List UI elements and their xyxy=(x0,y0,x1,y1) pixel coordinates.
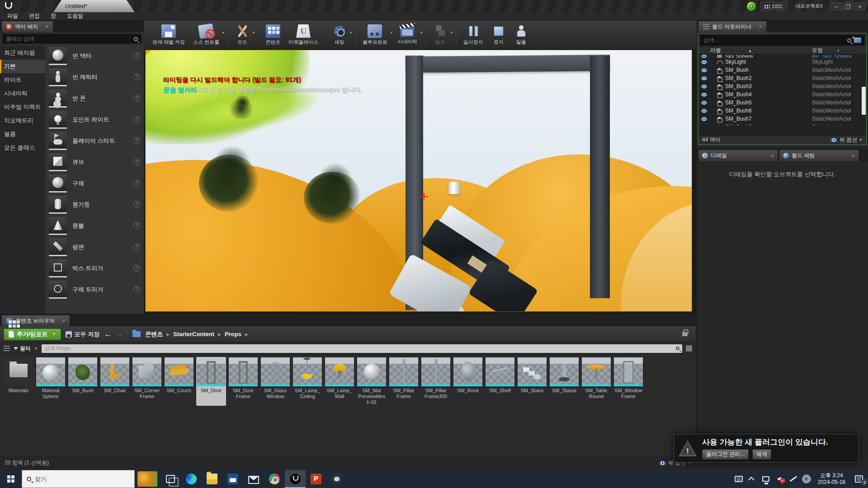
close-icon[interactable]: × xyxy=(771,153,774,159)
save-all-button[interactable]: 모두 저장 xyxy=(66,330,100,338)
visibility-eye-icon[interactable] xyxy=(701,68,708,72)
taskbar-app-powerpoint[interactable] xyxy=(306,470,326,488)
toolbar-gear-button[interactable]: 세팅 xyxy=(328,23,351,47)
place-item[interactable]: 원뿔? xyxy=(45,215,144,236)
place-item[interactable]: 빈 캐릭터? xyxy=(45,66,144,88)
asset-tile[interactable]: SM_Bush xyxy=(68,357,98,406)
outliner-row[interactable]: SM_Bush7StaticMeshActor xyxy=(698,115,866,123)
taskbar-app-unreal[interactable] xyxy=(285,470,306,488)
chevron-down-icon[interactable]: ▼ xyxy=(252,31,255,35)
chevron-down-icon[interactable]: ▼ xyxy=(222,31,225,35)
chevron-down-icon[interactable]: ▼ xyxy=(390,31,393,35)
asset-tile[interactable]: Material Sphere xyxy=(36,357,66,406)
maximize-button[interactable]: ❐ xyxy=(843,2,854,10)
toolbar-source-button[interactable]: 소스 컨트롤 xyxy=(189,23,223,47)
forward-button[interactable]: → xyxy=(115,330,123,339)
taskbar-app-store[interactable] xyxy=(222,470,243,488)
asset-tile[interactable]: SM_Shelf xyxy=(485,357,515,406)
category-볼륨[interactable]: 볼륨 xyxy=(0,127,45,141)
manage-plugins-button[interactable]: 플러그인 관리... xyxy=(702,449,749,460)
breadcrumb-StarterContent[interactable]: StarterContent xyxy=(173,331,214,338)
column-label[interactable]: 라벨▲ xyxy=(698,47,812,54)
help-icon[interactable]: ? xyxy=(133,137,140,144)
toolbar-content-button[interactable]: 콘텐츠 xyxy=(261,23,284,47)
visibility-eye-icon[interactable] xyxy=(701,84,708,89)
world-outliner-tab[interactable]: 월드 아웃라이너 × xyxy=(698,21,766,32)
asset-tile[interactable]: SM_Mat PreviewMesh 02 xyxy=(357,357,387,406)
place-item[interactable]: 구체? xyxy=(45,173,144,194)
taskbar-app-chrome[interactable] xyxy=(264,470,285,488)
place-item[interactable]: 원기둥? xyxy=(45,194,144,215)
breadcrumb-Props[interactable]: Props xyxy=(225,331,241,338)
visibility-eye-icon[interactable] xyxy=(701,93,708,97)
lock-icon[interactable] xyxy=(682,332,688,336)
toolbar-bp-button[interactable]: 블루프린트 xyxy=(359,23,392,47)
level-viewport[interactable]: 라이팅을 다시 빌드해야 합니다 (빌드 필요: 91개) 문을 열거라 시지를… xyxy=(145,50,692,312)
outliner-row[interactable]: SM_Bush8StaticMeshActor xyxy=(698,123,866,125)
chevron-down-icon[interactable]: ▼ xyxy=(420,31,423,35)
help-icon[interactable]: ? xyxy=(133,159,140,165)
toolbar-eject-button[interactable]: 탈출 xyxy=(510,23,533,47)
help-icon[interactable]: ? xyxy=(133,180,140,187)
close-icon[interactable]: × xyxy=(852,153,855,159)
add-world-icon[interactable] xyxy=(854,38,861,43)
sort-asc-icon[interactable]: ▲ xyxy=(748,49,752,53)
asset-tile[interactable]: SM_Pillar Frame300 xyxy=(421,357,451,406)
asset-tile[interactable]: SM_Door Frame xyxy=(228,357,258,406)
world-settings-tab[interactable]: 월드 세팅 × xyxy=(779,150,859,161)
taskbar-app-github[interactable] xyxy=(326,470,347,488)
close-button[interactable]: × xyxy=(854,2,865,10)
chevron-up-icon[interactable] xyxy=(745,470,759,488)
back-button[interactable]: ← xyxy=(104,330,112,339)
chevron-down-icon[interactable]: ▼ xyxy=(349,31,353,35)
widgets-tray-icon[interactable] xyxy=(732,470,745,488)
breadcrumb-콘텐츠[interactable]: 콘텐츠 xyxy=(145,330,163,338)
help-icon[interactable]: ? xyxy=(133,222,140,229)
outliner-row[interactable]: SM_Bush4StaticMeshActor xyxy=(698,90,866,99)
visibility-eye-icon[interactable] xyxy=(701,125,708,126)
asset-search-box[interactable] xyxy=(42,344,682,353)
outliner-row[interactable]: SM_Bush2StaticMeshActor xyxy=(698,74,866,82)
outliner-row[interactable]: SM_BushStaticMeshActor xyxy=(698,66,866,74)
close-circle-icon[interactable]: × xyxy=(800,470,813,488)
asset-tile[interactable]: SM_Lamp_ Ceiling xyxy=(292,357,322,406)
task-view-button[interactable] xyxy=(160,470,181,488)
outliner-row[interactable]: Sky SphereBP_Sky_Sphere xyxy=(698,55,866,58)
help-icon[interactable]: ? xyxy=(133,116,140,123)
asset-tile[interactable]: SM_Table Round xyxy=(581,357,611,406)
toolbar-cine-button[interactable]: 시네마틱 xyxy=(393,24,421,46)
add-import-button[interactable]: 추가/임포트 ▼ xyxy=(4,328,61,340)
dismiss-button[interactable]: 해제 xyxy=(752,449,771,460)
outliner-row[interactable]: SM_Bush3StaticMeshActor xyxy=(698,82,866,90)
taskbar-search-box[interactable] xyxy=(22,470,135,488)
category-모든 클래스[interactable]: 모든 클래스 xyxy=(0,141,45,155)
outliner-scrollbar[interactable] xyxy=(862,87,866,115)
help-icon[interactable]: ? xyxy=(133,244,140,250)
filter-button[interactable]: 필터 ▼ xyxy=(14,345,38,352)
outliner-row[interactable]: SkyLightSkyLight xyxy=(698,58,866,66)
chevron-down-icon[interactable]: ▼ xyxy=(450,31,453,35)
toolbar-market-button[interactable]: 마켓플레이스 xyxy=(284,23,322,47)
view-type-icon[interactable] xyxy=(4,346,10,351)
help-icon[interactable]: ? xyxy=(133,265,140,272)
visibility-eye-icon[interactable] xyxy=(701,109,708,113)
project-name-button[interactable]: 내프로젝트5 xyxy=(792,2,826,11)
help-icon[interactable]: ? xyxy=(133,286,140,293)
place-item[interactable]: 빈 폰? xyxy=(45,88,144,109)
toolbar-modes-button[interactable]: 모드 xyxy=(231,23,254,47)
asset-tile[interactable]: SM_Stairs xyxy=(517,357,547,406)
outliner-search-input[interactable] xyxy=(703,37,847,43)
help-icon[interactable]: ? xyxy=(133,74,140,80)
taskbar-search-input[interactable] xyxy=(35,476,130,483)
content-browser-tab[interactable]: 콘텐츠 브라우저 × xyxy=(2,315,70,326)
pen-icon[interactable] xyxy=(786,470,800,488)
minimize-button[interactable]: ─ xyxy=(831,2,842,10)
class-search-box[interactable] xyxy=(3,34,141,43)
outliner-row[interactable]: SM_Bush6StaticMeshActor xyxy=(698,107,866,115)
taskbar-app-edge[interactable] xyxy=(181,470,202,488)
category-최근 배치됨[interactable]: 최근 배치됨 xyxy=(0,46,45,60)
level-tab[interactable]: Untitled* xyxy=(53,0,135,12)
outliner-search-box[interactable] xyxy=(701,36,864,45)
asset-tile[interactable]: SM_Glass Window xyxy=(260,357,290,406)
category-라이트[interactable]: 라이트 xyxy=(0,73,45,87)
